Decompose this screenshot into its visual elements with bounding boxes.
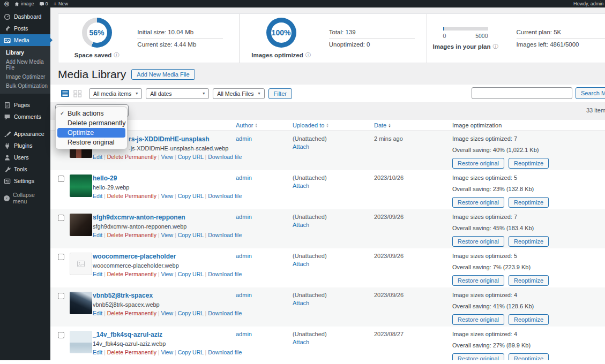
sidebar-item-posts[interactable]: Posts xyxy=(0,22,50,34)
row-checkbox[interactable] xyxy=(58,215,64,221)
attach-link[interactable]: Attach xyxy=(293,143,309,150)
submenu-item-bulk-optimization[interactable]: Bulk Optimization xyxy=(0,81,50,90)
media-items-filter-select[interactable]: All media items▾ xyxy=(89,88,142,99)
row-checkbox[interactable] xyxy=(58,293,64,299)
copy-url-link[interactable]: Copy URL xyxy=(178,349,204,355)
view-link[interactable]: View xyxy=(161,271,173,277)
search-input[interactable] xyxy=(472,87,572,99)
info-icon[interactable]: ⓘ xyxy=(493,43,498,50)
media-thumbnail[interactable] xyxy=(70,292,92,314)
howdy-account-menu[interactable]: Howdy, admin xyxy=(573,1,603,6)
copy-url-link[interactable]: Copy URL xyxy=(178,310,204,316)
column-header-uploaded-to[interactable]: Uploaded to▲▼ xyxy=(293,122,374,128)
sidebar-item-pages[interactable]: Pages xyxy=(0,99,50,111)
media-thumbnail[interactable] xyxy=(70,214,92,236)
add-new-media-file-button[interactable]: Add New Media File xyxy=(131,69,195,80)
view-link[interactable]: View xyxy=(161,232,173,238)
restore-original-button[interactable]: Restore original xyxy=(452,275,504,286)
author-link[interactable]: admin xyxy=(236,327,293,337)
grid-view-icon[interactable] xyxy=(73,90,82,97)
file-title-link[interactable]: vbnb52j8trk-spacex xyxy=(93,292,236,299)
sidebar-item-media[interactable]: Media xyxy=(0,34,50,46)
sidebar-item-tools[interactable]: Tools xyxy=(0,163,50,175)
view-link[interactable]: View xyxy=(161,310,173,316)
file-title-link[interactable]: _14v_fbk4sq-azrul-aziz xyxy=(93,331,236,338)
author-link[interactable]: admin xyxy=(236,170,293,181)
media-files-filter-select[interactable]: All Media Files▾ xyxy=(213,88,264,99)
reoptimize-button[interactable]: Reoptimize xyxy=(509,158,549,169)
file-title-link[interactable]: woocommerce-placeholder xyxy=(93,253,236,260)
view-link[interactable]: View xyxy=(161,193,173,199)
info-icon[interactable]: ⓘ xyxy=(305,51,311,59)
attach-link[interactable]: Attach xyxy=(293,339,309,345)
delete-permanently-link[interactable]: Delete Permanently xyxy=(107,154,156,160)
copy-url-link[interactable]: Copy URL xyxy=(178,232,204,238)
delete-permanently-link[interactable]: Delete Permanently xyxy=(107,349,156,355)
sidebar-item-comments[interactable]: Comments xyxy=(0,111,50,123)
sidebar-item-users[interactable]: Users xyxy=(0,151,50,163)
sidebar-item-appearance[interactable]: Appearance xyxy=(0,128,50,140)
wp-logo-menu[interactable]: W xyxy=(4,0,9,7)
edit-link[interactable]: Edit xyxy=(93,271,102,277)
copy-url-link[interactable]: Copy URL xyxy=(178,271,204,277)
delete-permanently-link[interactable]: Delete Permanently xyxy=(107,310,156,316)
search-media-button[interactable]: Search Media xyxy=(576,87,605,99)
dates-filter-select[interactable]: All dates▾ xyxy=(146,88,209,99)
column-header-date[interactable]: Date▲▼ xyxy=(374,122,452,128)
attach-link[interactable]: Attach xyxy=(293,300,309,306)
copy-url-link[interactable]: Copy URL xyxy=(178,193,204,199)
list-view-icon[interactable] xyxy=(61,90,70,97)
view-link[interactable]: View xyxy=(161,349,173,355)
restore-original-button[interactable]: Restore original xyxy=(452,314,504,325)
new-content-menu[interactable]: + New xyxy=(54,0,68,7)
row-checkbox[interactable] xyxy=(58,176,64,182)
attach-link[interactable]: Attach xyxy=(293,222,309,228)
filter-button[interactable]: Filter xyxy=(268,88,292,99)
menu-item-restore-original[interactable]: Restore original xyxy=(57,138,125,147)
comments-shortcut[interactable]: 0 xyxy=(40,0,48,7)
sidebar-item-plugins[interactable]: Plugins xyxy=(0,140,50,151)
file-title-link[interactable]: hello-29 xyxy=(93,175,236,182)
delete-permanently-link[interactable]: Delete Permanently xyxy=(107,271,156,277)
edit-link[interactable]: Edit xyxy=(93,232,102,238)
reoptimize-button[interactable]: Reoptimize xyxy=(509,236,549,247)
sidebar-item-dashboard[interactable]: Dashboard xyxy=(0,11,50,22)
reoptimize-button[interactable]: Reoptimize xyxy=(509,314,549,325)
file-title-link[interactable]: sfgh9dxcmrw-anton-repponen xyxy=(93,214,236,221)
collapse-menu-button[interactable]: ‹ Collapse menu xyxy=(0,192,50,204)
menu-item-bulk-actions[interactable]: ✓Bulk actions xyxy=(57,109,125,118)
author-link[interactable]: admin xyxy=(236,209,293,220)
copy-url-link[interactable]: Copy URL xyxy=(178,154,204,160)
submenu-item-image-optimizer[interactable]: Image Optimizer xyxy=(0,72,50,81)
restore-original-button[interactable]: Restore original xyxy=(452,158,504,169)
row-checkbox[interactable] xyxy=(58,332,64,338)
reoptimize-button[interactable]: Reoptimize xyxy=(509,275,549,286)
edit-link[interactable]: Edit xyxy=(93,310,102,316)
author-link[interactable]: admin xyxy=(236,287,293,298)
row-checkbox[interactable] xyxy=(58,254,64,260)
submenu-item-library[interactable]: Library xyxy=(0,48,50,57)
column-header-author[interactable]: Author▲▼ xyxy=(236,122,293,128)
delete-permanently-link[interactable]: Delete Permanently xyxy=(107,232,156,238)
menu-item-delete-permanently[interactable]: Delete permanently xyxy=(57,118,125,128)
restore-original-button[interactable]: Restore original xyxy=(452,197,504,208)
delete-permanently-link[interactable]: Delete Permanently xyxy=(107,193,156,199)
restore-original-button[interactable]: Restore original xyxy=(452,236,504,247)
edit-link[interactable]: Edit xyxy=(93,193,102,199)
media-thumbnail[interactable] xyxy=(70,331,92,353)
sidebar-item-settings[interactable]: Settings xyxy=(0,175,50,187)
menu-item-optimize[interactable]: Optimize xyxy=(57,128,125,138)
attach-link[interactable]: Attach xyxy=(293,261,309,267)
edit-link[interactable]: Edit xyxy=(93,349,102,355)
author-link[interactable]: admin xyxy=(236,131,293,142)
media-thumbnail[interactable] xyxy=(70,175,92,197)
reoptimize-button[interactable]: Reoptimize xyxy=(509,197,549,208)
site-name-link[interactable]: image xyxy=(14,0,34,7)
attach-link[interactable]: Attach xyxy=(293,183,309,189)
view-link[interactable]: View xyxy=(161,154,173,160)
edit-link[interactable]: Edit xyxy=(93,154,102,160)
info-icon[interactable]: ⓘ xyxy=(114,51,119,59)
submenu-item-add-new-media-file[interactable]: Add New Media File xyxy=(0,57,50,72)
author-link[interactable]: admin xyxy=(236,248,293,259)
media-thumbnail[interactable] xyxy=(70,253,92,275)
